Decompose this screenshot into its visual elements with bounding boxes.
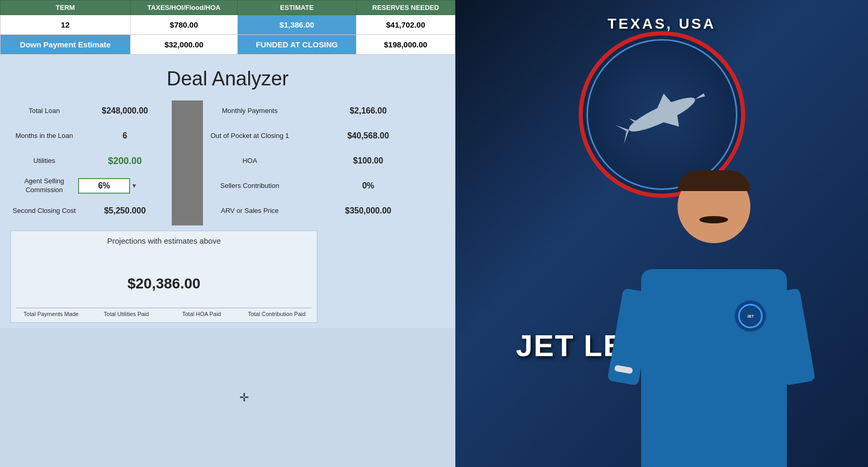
footer-total-payments: Total Payments Made bbox=[16, 311, 86, 317]
deal-analyzer-title: Deal Analyzer bbox=[10, 60, 445, 100]
monthly-payments-label: Monthly Payments bbox=[208, 107, 291, 116]
months-label: Months in the Loan bbox=[10, 132, 78, 141]
top-table: TERM TAXES/HOI/Flood/HOA ESTIMATE RESERV… bbox=[0, 0, 455, 55]
da-row-utilities: Utilities $200.00 bbox=[10, 150, 172, 171]
total-loan-label: Total Loan bbox=[10, 107, 78, 116]
funded-at-closing: FUNDED AT CLOSING bbox=[237, 35, 356, 55]
da-row-total-loan: Total Loan $248,000.00 bbox=[10, 100, 172, 121]
left-arm bbox=[607, 288, 654, 386]
hoa-value: $100.00 bbox=[291, 156, 445, 166]
person-head bbox=[678, 170, 750, 243]
commission-dropdown-icon[interactable]: ▼ bbox=[131, 182, 137, 190]
taxes-value: $780.00 bbox=[130, 15, 237, 35]
commission-label: Agent Selling Commission bbox=[10, 177, 78, 195]
right-arm bbox=[768, 288, 815, 386]
deal-analyzer-grid: Total Loan $248,000.00 Months in the Loa… bbox=[10, 100, 445, 225]
texas-usa-text: TEXAS, USA bbox=[607, 16, 716, 32]
person-silhouette: JET bbox=[605, 165, 823, 467]
deal-analyzer-section: Deal Analyzer Total Loan $248,000.00 Mon… bbox=[0, 55, 455, 328]
shirt-logo-svg: JET bbox=[737, 303, 763, 329]
term-value: 12 bbox=[1, 15, 131, 35]
person-body: JET bbox=[641, 269, 787, 467]
da-row-commission: Agent Selling Commission 6% ▼ bbox=[10, 175, 172, 196]
projections-footer: Total Payments Made Total Utilities Paid… bbox=[16, 308, 312, 317]
utilities-label: Utilities bbox=[10, 157, 78, 166]
footer-total-hoa: Total HOA Paid bbox=[167, 311, 237, 317]
person-hair bbox=[678, 170, 750, 191]
months-value: 6 bbox=[78, 131, 172, 141]
da-row-hoa: HOA $100.00 bbox=[203, 150, 445, 171]
cursor-crosshair: ✛ bbox=[239, 391, 249, 405]
da-row-second-closing: Second Closing Cost $5,250.000 bbox=[10, 200, 172, 221]
da-right-column: Monthly Payments $2,166.00 Out of Pocket… bbox=[203, 100, 445, 225]
da-row-months: Months in the Loan 6 bbox=[10, 125, 172, 146]
jet-svg bbox=[610, 75, 714, 154]
video-background: TEXAS, USA bbox=[455, 0, 868, 467]
col-header-term: TERM bbox=[1, 1, 131, 15]
total-loan-value: $248,000.00 bbox=[78, 106, 172, 116]
footer-total-contribution: Total Contribution Paid bbox=[242, 311, 312, 317]
down-payment-label: Down Payment Estimate bbox=[1, 35, 131, 55]
out-of-pocket-label: Out of Pocket at Closing 1 bbox=[208, 132, 291, 141]
reserves-value: $41,702.00 bbox=[356, 15, 455, 35]
out-of-pocket-value: $40,568.00 bbox=[291, 131, 445, 141]
commission-input[interactable]: 6% bbox=[78, 178, 130, 194]
svg-marker-3 bbox=[615, 120, 633, 144]
hoa-label: HOA bbox=[208, 157, 291, 166]
person-mustache bbox=[699, 216, 728, 223]
projections-section: Projections with estimates above $20,386… bbox=[10, 231, 317, 323]
da-row-arv: ARV or Sales Price $350,000.00 bbox=[203, 200, 445, 221]
shirt-collar bbox=[698, 269, 730, 290]
da-left-column: Total Loan $248,000.00 Months in the Loa… bbox=[10, 100, 172, 225]
second-closing-label: Second Closing Cost bbox=[10, 207, 78, 216]
footer-total-utilities: Total Utilities Paid bbox=[92, 311, 162, 317]
da-row-sellers-contribution: Sellers Contribution 0% bbox=[203, 175, 445, 196]
col-header-reserves: RESERVES NEEDED bbox=[356, 1, 455, 15]
svg-marker-1 bbox=[694, 93, 705, 100]
da-row-monthly-payments: Monthly Payments $2,166.00 bbox=[203, 100, 445, 121]
sellers-contribution-label: Sellers Contribution bbox=[208, 182, 291, 191]
wristband bbox=[614, 365, 633, 374]
video-panel: TEXAS, USA bbox=[455, 0, 868, 467]
da-row-out-of-pocket: Out of Pocket at Closing 1 $40,568.00 bbox=[203, 125, 445, 146]
da-divider bbox=[172, 100, 203, 225]
arv-label: ARV or Sales Price bbox=[208, 207, 291, 216]
reserves-amount: $198,000.00 bbox=[356, 35, 455, 55]
second-closing-value: $5,250.000 bbox=[78, 206, 172, 216]
projections-title: Projections with estimates above bbox=[16, 236, 312, 245]
sellers-contribution-value: 0% bbox=[291, 181, 445, 191]
estimate-value: $1,386.00 bbox=[237, 15, 356, 35]
projections-value: $20,386.00 bbox=[16, 249, 312, 308]
monthly-payments-value: $2,166.00 bbox=[291, 106, 445, 116]
svg-text:JET: JET bbox=[747, 314, 754, 318]
col-header-taxes: TAXES/HOI/Flood/HOA bbox=[130, 1, 237, 15]
shirt-logo: JET bbox=[735, 300, 766, 332]
col-header-estimate: ESTIMATE bbox=[237, 1, 356, 15]
arv-value: $350,000.00 bbox=[291, 206, 445, 216]
video-area: TEXAS, USA bbox=[455, 0, 868, 467]
person-overlay: JET bbox=[584, 155, 844, 467]
down-payment-value: $32,000.00 bbox=[130, 35, 237, 55]
utilities-value: $200.00 bbox=[78, 156, 172, 167]
left-panel: TERM TAXES/HOI/Flood/HOA ESTIMATE RESERV… bbox=[0, 0, 455, 467]
